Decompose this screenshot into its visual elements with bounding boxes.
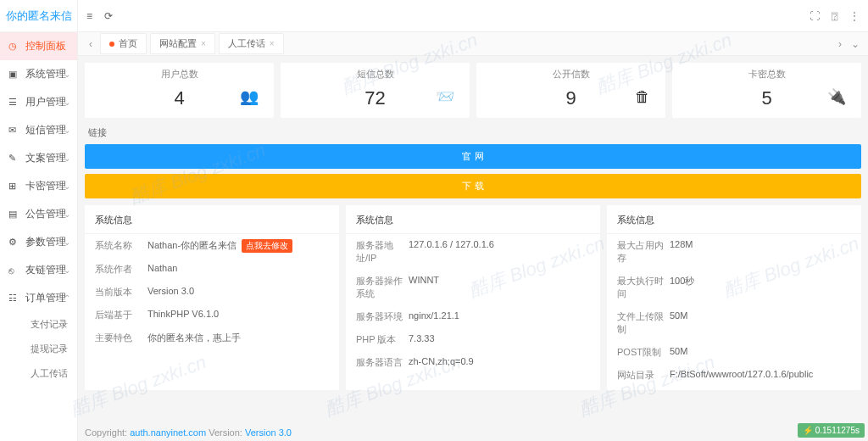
footer-link[interactable]: auth.nanyinet.com: [130, 427, 206, 438]
tab-home[interactable]: 首页: [100, 33, 147, 54]
footer-version[interactable]: Version 3.0: [245, 427, 292, 438]
menu-copy[interactable]: ✎文案管理⌄: [0, 144, 77, 172]
sysinfo-a: 系统信息 系统名称Nathan-你的匿名来信点我去修改 系统作者Nathan 当…: [85, 205, 339, 390]
menu-order[interactable]: ☷订单管理⌃: [0, 284, 77, 312]
more-icon[interactable]: ⋮: [849, 10, 860, 22]
user-icon[interactable]: ⍰: [832, 10, 837, 22]
close-icon[interactable]: ×: [270, 39, 275, 48]
perf-badge[interactable]: ⚡0.1511275s: [798, 423, 865, 438]
sysinfo-b: 系统信息 服务器地址/IP127.0.1.6 / 127.0.1.6 服务器操作…: [346, 205, 600, 390]
submenu-label: 人工传话: [31, 367, 68, 380]
menu-label: 订单管理: [25, 291, 66, 305]
menu-label: 友链管理: [25, 263, 66, 277]
info-row-item: 网站目录F:/BtSoft/wwwroot/127.0.1.6/public: [607, 364, 861, 387]
info-row-item: 当前版本Version 3.0: [85, 281, 339, 304]
tab-label: 网站配置: [159, 37, 197, 50]
stat-title: 卡密总数: [684, 68, 849, 81]
info-row-item: 文件上传限制50M: [607, 305, 861, 341]
info-row-item: 主要特色你的匿名来信，惠上手: [85, 327, 339, 349]
info-row-item: 后端基于ThinkPHP V6.1.0: [85, 304, 339, 327]
info-row-item: 服务器地址/IP127.0.1.6 / 127.0.1.6: [346, 234, 600, 270]
info-row-item: 最大执行时间100秒: [607, 270, 861, 305]
chevron-down-icon: ⌄: [64, 181, 70, 191]
menu-param[interactable]: ⚙参数管理⌄: [0, 228, 77, 256]
submenu-pay[interactable]: 支付记录: [22, 312, 77, 337]
tab-label: 人工传话: [228, 37, 265, 50]
info-row-item: 系统作者Nathan: [85, 258, 339, 281]
menu-label: 短信管理: [25, 123, 66, 137]
info-row-item: 最大占用内存128M: [607, 234, 861, 270]
menu-users[interactable]: ☰用户管理⌄: [0, 88, 77, 116]
chevron-down-icon: ⌄: [64, 209, 70, 219]
menu-label: 用户管理: [25, 95, 66, 109]
menu-friendlink[interactable]: ⎋友链管理⌄: [0, 256, 77, 284]
content: 用户总数4👥 短信总数72📨 公开信数9🗑 卡密总数5🔌 链接 官 网 下 载 …: [78, 56, 868, 441]
download-button[interactable]: 下 载: [85, 174, 861, 198]
fullscreen-icon[interactable]: ⛶: [810, 10, 820, 22]
refresh-icon[interactable]: ⟳: [104, 10, 113, 22]
menu-card[interactable]: ⊞卡密管理⌄: [0, 172, 77, 200]
info-row-item: 服务器操作系统WINNT: [346, 270, 600, 305]
stat-sms: 短信总数72📨: [281, 63, 470, 118]
menu-notice[interactable]: ▤公告管理⌄: [0, 200, 77, 228]
info-row-item: 系统名称Nathan-你的匿名来信点我去修改: [85, 234, 339, 258]
chevron-down-icon: ⌄: [64, 126, 70, 135]
menu-toggle-icon[interactable]: ≡: [86, 10, 92, 22]
notice-icon: ▤: [8, 209, 20, 220]
chevron-down-icon: ⌄: [64, 154, 70, 163]
sms-icon: ✉: [8, 125, 20, 136]
menu-system[interactable]: ▣系统管理⌄: [0, 60, 77, 88]
submenu-label: 提现记录: [31, 343, 68, 355]
stat-title: 用户总数: [97, 68, 262, 81]
sidebar-menu: ◷控制面板 ▣系统管理⌄ ☰用户管理⌄ ✉短信管理⌄ ✎文案管理⌄ ⊞卡密管理⌄…: [0, 32, 77, 441]
info-row-item: 服务器环境nginx/1.21.1: [346, 305, 600, 328]
tab-site-config[interactable]: 网站配置×: [150, 33, 215, 54]
card-icon: ⊞: [8, 181, 20, 192]
chevron-down-icon: ⌄: [64, 98, 70, 107]
stat-value: 72: [292, 87, 458, 109]
menu-label: 公告管理: [25, 207, 66, 221]
info-row-item: 服务器语言zh-CN,zh;q=0.9: [346, 351, 600, 374]
tab-label: 首页: [119, 37, 137, 50]
info-row-item: PHP 版本7.3.33: [346, 328, 600, 351]
menu-label: 参数管理: [25, 235, 66, 249]
app-logo: 你的匿名来信: [0, 0, 77, 32]
link-icon: ⎋: [8, 265, 20, 276]
chevron-down-icon: ⌄: [64, 70, 70, 79]
submenu-manual[interactable]: 人工传话: [22, 361, 77, 386]
footer: Copyright: auth.nanyinet.com Version: Ve…: [85, 427, 292, 438]
stats-row: 用户总数4👥 短信总数72📨 公开信数9🗑 卡密总数5🔌: [85, 63, 861, 118]
menu-sms[interactable]: ✉短信管理⌄: [0, 116, 77, 144]
tab-manual[interactable]: 人工传话×: [219, 33, 284, 54]
frontend-button[interactable]: 官 网: [85, 144, 861, 169]
dot-icon: [109, 42, 114, 47]
stat-value: 9: [488, 87, 654, 109]
bolt-icon: ⚡: [803, 426, 813, 435]
tab-next[interactable]: ›: [832, 38, 848, 50]
edit-badge[interactable]: 点我去修改: [242, 239, 292, 253]
stat-title: 公开信数: [488, 68, 654, 81]
sidebar: 你的匿名来信 ◷控制面板 ▣系统管理⌄ ☰用户管理⌄ ✉短信管理⌄ ✎文案管理⌄…: [0, 0, 78, 441]
chevron-down-icon: ⌄: [64, 237, 70, 247]
menu-dashboard[interactable]: ◷控制面板: [0, 32, 77, 60]
close-icon[interactable]: ×: [201, 39, 206, 48]
main: ≡ ⟳ ⛶ ⍰ ⋮ ‹ 首页 网站配置× 人工传话× › ⌄ 用户总数4👥 短信…: [78, 0, 868, 441]
menu-label: 卡密管理: [25, 179, 66, 193]
submenu-label: 支付记录: [31, 318, 68, 331]
tab-prev[interactable]: ‹: [83, 38, 98, 50]
submenu-withdraw[interactable]: 提现记录: [22, 337, 77, 361]
menu-label: 文案管理: [25, 151, 66, 165]
info-row-item: POST限制50M: [607, 341, 861, 364]
stat-value: 5: [684, 87, 849, 109]
tab-dropdown[interactable]: ⌄: [848, 38, 863, 50]
stat-title: 短信总数: [292, 68, 458, 81]
stat-public: 公开信数9🗑: [476, 63, 665, 118]
card-stat-icon: 🔌: [827, 87, 846, 106]
users-stat-icon: 👥: [240, 87, 259, 106]
copy-icon: ✎: [8, 153, 20, 164]
stat-value: 4: [97, 87, 262, 109]
sysinfo-c: 系统信息 最大占用内存128M 最大执行时间100秒 文件上传限制50M POS…: [607, 205, 861, 390]
dashboard-icon: ◷: [8, 41, 20, 52]
users-icon: ☰: [8, 97, 20, 108]
stat-cards: 卡密总数5🔌: [672, 63, 861, 118]
